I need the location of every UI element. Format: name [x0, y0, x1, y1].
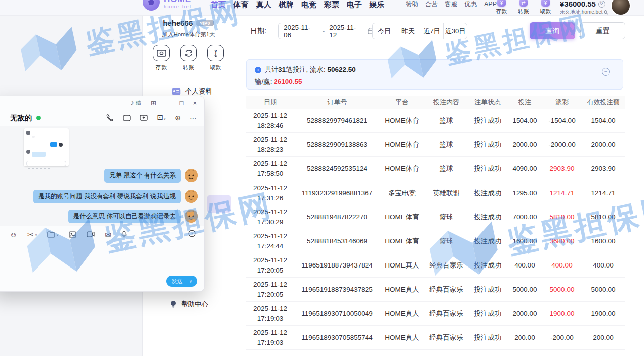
summary-banner: i 共计31笔投注, 流水: 50622.50 输/赢: 26100.55 −: [246, 59, 623, 90]
cell-valid-bet: 2000.00: [581, 141, 625, 148]
sidebar-active-item-highlight[interactable]: [207, 195, 231, 213]
remote-desktop-icon[interactable]: ⊡∨: [157, 114, 166, 122]
refresh-balance-icon[interactable]: ⟳: [598, 1, 605, 8]
voice-message-icon[interactable]: [121, 231, 127, 238]
plus-circle-icon[interactable]: ⊕: [175, 114, 181, 121]
nav-item-0[interactable]: 首页: [211, 0, 226, 9]
cell-payout: 5810.00: [543, 213, 581, 221]
table-row[interactable]: 2025-11-1218:28:235288829909138863HOME体育…: [246, 133, 625, 157]
send-button-label: 发送: [171, 278, 183, 285]
collapse-icon[interactable]: −: [602, 68, 610, 76]
chat-titlebar[interactable]: ☽ 晴 ⊞ − □ ×: [0, 96, 204, 110]
row-date: 2025-11-12: [246, 135, 294, 145]
screenshot-scissors-icon[interactable]: ✂∨: [27, 231, 37, 238]
table-row[interactable]: 2025-11-1217:19:031196518930705855744HOM…: [246, 326, 625, 350]
vip-badge: VIP0: [196, 20, 214, 26]
cell-platform: HOME体育: [380, 164, 424, 173]
weather-widget[interactable]: ☽ 晴: [129, 99, 141, 107]
table-row[interactable]: 2025-11-1217:30:295288819487822270HOME体育…: [246, 205, 625, 229]
date-from[interactable]: 2025-11-06: [284, 24, 318, 39]
nav-secondary-item-3[interactable]: 优惠: [464, 1, 477, 8]
close-icon[interactable]: ×: [193, 100, 197, 106]
row-time: 17:24:44: [246, 241, 294, 251]
more-icon[interactable]: ⋯: [190, 114, 197, 121]
quick-label: 转账: [183, 64, 194, 71]
row-time: 17:30:29: [246, 217, 294, 227]
date-range-picker[interactable]: 2025-11-06 - 2025-11-12: [278, 23, 380, 39]
nav-item-6[interactable]: 电子: [347, 0, 362, 9]
video-chat-icon[interactable]: [123, 114, 131, 122]
wallet-deposit[interactable]: ¥存款: [493, 0, 510, 15]
table-row[interactable]: 2025-11-1217:58:505288824592535124HOME体育…: [246, 157, 625, 181]
cell-payout: -1504.00: [543, 117, 581, 124]
cell-date: 2025-11-1217:58:50: [246, 159, 294, 179]
sidebar-quick-0[interactable]: 存款: [150, 45, 173, 71]
message-bubble: 兄弟 跟这个 有什么关系: [104, 169, 181, 183]
chat-history-icon[interactable]: [188, 230, 196, 239]
nav-secondary-item-0[interactable]: 赞助: [406, 1, 418, 8]
wallet-transfer[interactable]: ⇄转账: [515, 0, 532, 15]
cell-date: 2025-11-1217:30:29: [246, 207, 294, 227]
username: hehe666: [163, 19, 193, 27]
video-clip-icon[interactable]: [87, 231, 95, 237]
range-button-1[interactable]: 昨天: [396, 23, 420, 39]
screenshot-image-message[interactable]: [24, 128, 69, 166]
sender-avatar[interactable]: [185, 190, 198, 203]
sidebar-item-help[interactable]: 帮助中心: [170, 300, 208, 309]
date-to[interactable]: 2025-11-12: [329, 24, 363, 39]
minimize-icon[interactable]: −: [166, 100, 170, 106]
nav-secondary-item-1[interactable]: 合营: [425, 1, 438, 8]
table-row[interactable]: 2025-11-1217:20:051196519188739437825HOM…: [246, 278, 625, 302]
row-time: 17:20:05: [246, 265, 294, 276]
sender-avatar[interactable]: [185, 210, 198, 223]
query-button[interactable]: 查询: [530, 22, 575, 39]
nav-item-5[interactable]: 彩票: [324, 0, 339, 9]
range-button-0[interactable]: 今日: [373, 23, 396, 39]
row-date: 2025-11-12: [246, 231, 294, 241]
sidebar-item-profile[interactable]: 个人资料: [172, 87, 234, 96]
table-row[interactable]: 2025-11-1218:28:465288829979461821HOME体育…: [246, 109, 625, 133]
cell-date: 2025-11-1217:31:26: [246, 183, 294, 203]
send-button[interactable]: 发送 ∨: [166, 276, 197, 287]
send-divider: [186, 279, 186, 284]
table-row[interactable]: 2025-11-1217:31:261119323291996881367多宝电…: [246, 181, 625, 205]
cell-platform: HOME真人: [380, 285, 424, 294]
emoji-icon[interactable]: ☺: [10, 231, 17, 238]
cell-platform: HOME体育: [380, 140, 424, 149]
table-row[interactable]: 2025-11-1217:24:445288818453146069HOME体育…: [246, 229, 625, 253]
sender-avatar[interactable]: [185, 169, 198, 182]
nav-item-3[interactable]: 棋牌: [279, 0, 294, 9]
range-button-3[interactable]: 近30日: [443, 23, 467, 39]
cell-content: 经典百家乐: [424, 285, 468, 294]
row-date: 2025-11-12: [246, 280, 294, 290]
wallet-withdraw[interactable]: ¥取款: [537, 0, 554, 15]
maximize-icon[interactable]: □: [180, 100, 184, 106]
nav-item-2[interactable]: 真人: [256, 0, 271, 9]
voice-call-icon[interactable]: [106, 114, 114, 122]
search-icon[interactable]: [604, 10, 608, 15]
sidebar-quick-2[interactable]: ¥取款: [205, 45, 227, 71]
sidebar-quick-actions: 存款转账¥取款: [143, 45, 234, 71]
reset-button[interactable]: 重置: [580, 22, 625, 39]
message-card-icon[interactable]: ✉: [105, 231, 111, 238]
image-icon[interactable]: [69, 231, 76, 238]
panel-icon[interactable]: ⊞: [151, 100, 156, 106]
screen-share-icon[interactable]: [140, 114, 148, 122]
withdraw-icon: ¥: [207, 45, 224, 61]
cell-payout: 5000.00: [543, 286, 581, 293]
nav-item-4[interactable]: 电竞: [301, 0, 316, 9]
cell-bet: 5000.00: [507, 286, 543, 293]
file-folder-icon[interactable]: ∨: [47, 231, 59, 238]
weather-label: 晴: [136, 99, 141, 107]
cell-payout: 2903.90: [543, 165, 581, 172]
cell-valid-bet: 5000.00: [581, 286, 625, 293]
table-row[interactable]: 2025-11-1217:19:031196518930710050049HOM…: [246, 302, 625, 326]
table-row[interactable]: 2025-11-1217:20:051196519188739437824HOM…: [246, 253, 625, 278]
user-avatar[interactable]: [612, 0, 630, 15]
nav-item-1[interactable]: 体育: [233, 0, 249, 9]
sidebar-quick-1[interactable]: 转账: [178, 45, 200, 71]
nav-secondary-item-2[interactable]: 客服: [445, 1, 457, 8]
range-button-2[interactable]: 近7日: [420, 23, 443, 39]
nav-item-7[interactable]: 娱乐: [369, 0, 384, 9]
brand-logo[interactable]: HOME home.bet: [143, 0, 192, 11]
